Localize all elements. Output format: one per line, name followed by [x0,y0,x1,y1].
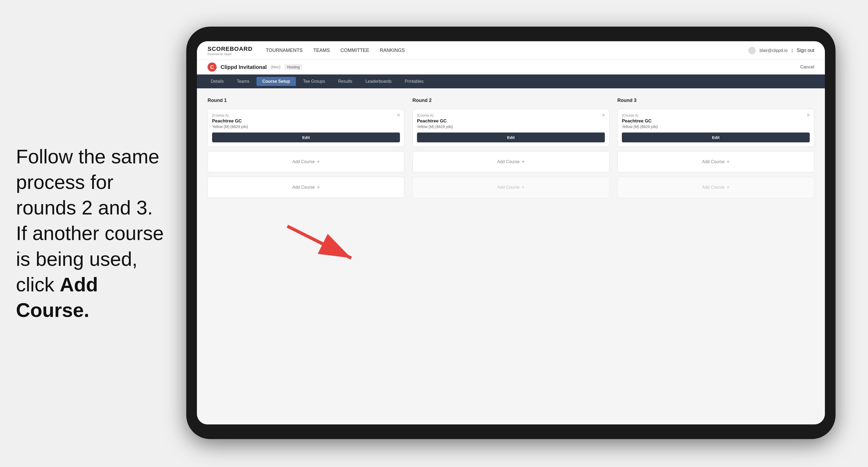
round-3-column: Round 3 ✕ (Course A) Peachtree GC Yellow… [617,98,814,198]
round-3-course-name: Peachtree GC [622,118,810,124]
round-3-course-card: ✕ (Course A) Peachtree GC Yellow (M) (66… [617,109,814,147]
sub-header-left: C Clippd Invitational (Men) Hosting [208,63,302,71]
round-2-plus-icon-2: + [522,185,525,190]
gender-badge: (Men) [271,65,280,69]
round-3-label: Round 3 [617,98,814,103]
instruction-text: Follow the same process for rounds 2 and… [16,144,170,323]
clippd-logo: C [208,63,217,71]
sign-out-link[interactable]: Sign out [797,48,814,53]
round-1-column: Round 1 ✕ (Course A) Peachtree GC Yellow… [208,98,404,198]
tablet-screen: SCOREBOARD Powered by clippd TOURNAMENTS… [197,41,825,425]
tab-results[interactable]: Results [332,77,358,86]
round-1-course-label: (Course A) [212,113,400,117]
add-course-bold: Add Course. [16,274,98,321]
nav-tournaments[interactable]: TOURNAMENTS [266,48,303,53]
round-3-delete-icon[interactable]: ✕ [805,112,811,118]
round-1-plus-icon-1: + [317,159,320,165]
round-2-delete-icon[interactable]: ✕ [600,112,607,118]
nav-email: blair@clippd.io [760,48,788,53]
logo-area: SCOREBOARD Powered by clippd [208,45,252,56]
tab-course-setup[interactable]: Course Setup [256,77,296,86]
rounds-grid: Round 1 ✕ (Course A) Peachtree GC Yellow… [208,98,814,198]
round-2-add-course-2: Add Course + [412,177,609,198]
sub-header: C Clippd Invitational (Men) Hosting Canc… [197,60,825,74]
round-2-plus-icon-1: + [522,159,525,165]
round-1-edit-button[interactable]: Edit [212,132,400,143]
tab-details[interactable]: Details [205,77,230,86]
round-1-add-label-2: Add Course [292,185,315,190]
round-3-add-label-2: Add Course [702,185,724,190]
round-2-add-course-1[interactable]: Add Course + [412,151,609,173]
tab-printables[interactable]: Printables [399,77,430,86]
round-3-add-label-1: Add Course [702,159,724,164]
round-2-course-name: Peachtree GC [417,118,605,124]
main-content: Round 1 ✕ (Course A) Peachtree GC Yellow… [197,88,825,425]
nav-avatar [748,47,756,54]
nav-committee[interactable]: COMMITTEE [341,48,369,53]
round-1-label: Round 1 [208,98,404,103]
round-1-course-name: Peachtree GC [212,118,400,124]
round-2-label: Round 2 [412,98,609,103]
tablet-frame: SCOREBOARD Powered by clippd TOURNAMENTS… [186,27,836,439]
round-3-course-label: (Course A) [622,113,810,117]
tabs-bar: Details Teams Course Setup Tee Groups Re… [197,74,825,88]
tab-teams[interactable]: Teams [231,77,255,86]
nav-separator: | [792,48,793,53]
nav-left: SCOREBOARD Powered by clippd TOURNAMENTS… [208,45,405,56]
round-3-plus-icon-1: + [727,159,730,165]
logo-sub: Powered by clippd [208,53,252,56]
round-1-delete-icon[interactable]: ✕ [395,112,402,118]
round-3-course-tee: Yellow (M) (6629 yds) [622,125,810,129]
round-1-add-course-1[interactable]: Add Course + [208,151,404,173]
round-1-add-course-2[interactable]: Add Course + [208,177,404,198]
nav-rankings[interactable]: RANKINGS [380,48,405,53]
round-2-add-label-1: Add Course [497,159,520,164]
tournament-title: Clippd Invitational [221,64,267,70]
round-2-course-label: (Course A) [417,113,605,117]
top-nav: SCOREBOARD Powered by clippd TOURNAMENTS… [197,41,825,60]
round-3-plus-icon-2: + [727,185,730,190]
instruction-panel: Follow the same process for rounds 2 and… [0,0,186,467]
round-2-column: Round 2 ✕ (Course A) Peachtree GC Yellow… [412,98,609,198]
nav-right: blair@clippd.io | Sign out [748,47,814,54]
round-1-add-label-1: Add Course [292,159,315,164]
round-3-edit-button[interactable]: Edit [622,132,810,143]
round-1-plus-icon-2: + [317,185,320,190]
round-2-course-tee: Yellow (M) (6629 yds) [417,125,605,129]
round-1-course-tee: Yellow (M) (6629 yds) [212,125,400,129]
round-2-add-label-2: Add Course [497,185,520,190]
nav-teams[interactable]: TEAMS [313,48,330,53]
tab-leaderboards[interactable]: Leaderboards [360,77,398,86]
round-2-course-card: ✕ (Course A) Peachtree GC Yellow (M) (66… [412,109,609,147]
round-1-course-card: ✕ (Course A) Peachtree GC Yellow (M) (66… [208,109,404,147]
cancel-button[interactable]: Cancel [800,64,814,70]
tab-tee-groups[interactable]: Tee Groups [297,77,331,86]
round-3-add-course-2: Add Course + [617,177,814,198]
hosting-badge: Hosting [284,64,302,70]
nav-links: TOURNAMENTS TEAMS COMMITTEE RANKINGS [266,48,405,53]
round-3-add-course-1[interactable]: Add Course + [617,151,814,173]
logo-scoreboard: SCOREBOARD [208,45,252,53]
round-2-edit-button[interactable]: Edit [417,132,605,143]
